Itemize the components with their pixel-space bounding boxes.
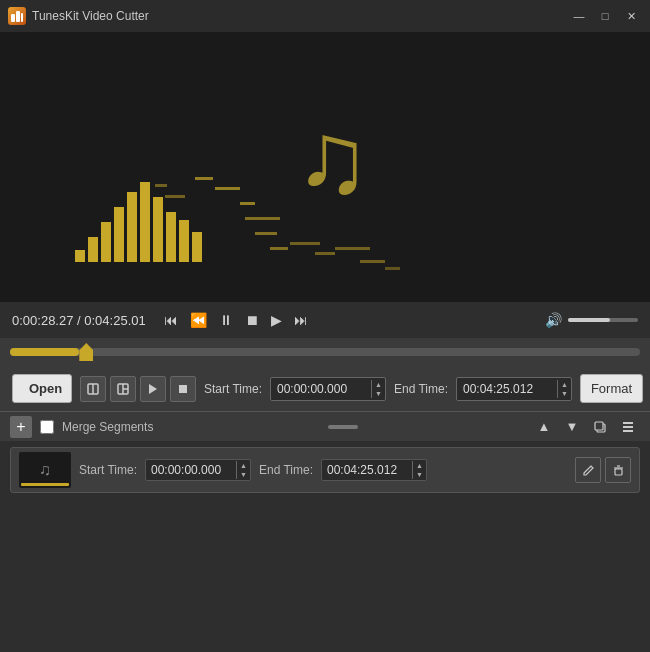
title-bar: TunesKit Video Cutter — □ ✕	[0, 0, 650, 32]
window-controls: — □ ✕	[568, 7, 642, 25]
step-forward-button[interactable]: ⏭	[290, 310, 312, 330]
end-time-up-button[interactable]: ▲	[558, 380, 571, 389]
cut-controls	[80, 376, 196, 402]
playback-bar: 0:00:28.27 / 0:04:25.01 ⏮ ⏪ ⏸ ⏹ ▶ ⏭ 🔊	[0, 302, 650, 338]
segment-thumb-icon: ♫	[39, 461, 51, 479]
stop-button[interactable]: ⏹	[241, 310, 263, 330]
segments-header: + Merge Segments ▲ ▼	[0, 411, 650, 441]
cut-start-button[interactable]	[80, 376, 106, 402]
svg-rect-10	[166, 212, 176, 262]
segment-thumbnail: ♫	[19, 452, 71, 488]
seg-start-up[interactable]: ▲	[237, 461, 250, 470]
seg-end-label: End Time:	[259, 463, 313, 477]
end-time-input-group[interactable]: ▲ ▼	[456, 377, 572, 401]
open-button[interactable]: Open	[12, 374, 72, 403]
prev-frame-button[interactable]: ⏪	[186, 310, 211, 330]
svg-rect-34	[595, 422, 603, 430]
app-icon	[8, 7, 26, 25]
start-time-input[interactable]	[271, 378, 371, 400]
seg-start-input[interactable]	[146, 460, 236, 480]
svg-rect-22	[360, 260, 385, 263]
svg-rect-7	[127, 192, 137, 262]
drag-handle[interactable]	[328, 425, 358, 429]
main-content: ♫ 0:00:28.27 / 0:04:25.01 ⏮ ⏪ ⏸ ⏹ ▶ ⏭	[0, 32, 650, 652]
start-time-label: Start Time:	[204, 382, 262, 396]
svg-rect-1	[16, 11, 20, 22]
svg-rect-15	[240, 202, 255, 205]
cut-end-button[interactable]	[110, 376, 136, 402]
seg-delete-button[interactable]	[605, 457, 631, 483]
playback-controls: ⏮ ⏪ ⏸ ⏹ ▶ ⏭	[160, 310, 312, 330]
segment-row: ♫ Start Time: ▲ ▼ End Time: ▲ ▼	[10, 447, 640, 493]
time-display: 0:00:28.27 / 0:04:25.01	[12, 313, 152, 328]
svg-rect-20	[315, 252, 335, 255]
segments-list: ♫ Start Time: ▲ ▼ End Time: ▲ ▼	[0, 441, 650, 553]
seg-start-input-group[interactable]: ▲ ▼	[145, 459, 251, 481]
music-note-icon: ♫	[295, 103, 370, 214]
svg-rect-25	[165, 195, 185, 198]
end-time-input[interactable]	[457, 378, 557, 400]
svg-rect-36	[623, 426, 633, 428]
seg-start-down[interactable]: ▼	[237, 470, 250, 479]
copy-button[interactable]	[588, 415, 612, 439]
svg-rect-3	[75, 250, 85, 262]
start-time-spinner: ▲ ▼	[371, 380, 385, 398]
svg-rect-0	[11, 14, 15, 22]
svg-rect-5	[101, 222, 111, 262]
volume-icon: 🔊	[545, 312, 562, 328]
seg-start-spinner: ▲ ▼	[236, 461, 250, 479]
start-time-input-group[interactable]: ▲ ▼	[270, 377, 386, 401]
svg-rect-2	[21, 13, 23, 22]
end-time-spinner: ▲ ▼	[557, 380, 571, 398]
svg-marker-31	[149, 384, 157, 394]
timeline-track[interactable]	[10, 348, 640, 356]
start-time-down-button[interactable]: ▼	[372, 389, 385, 398]
timeline-fill	[10, 348, 79, 356]
list-view-button[interactable]	[616, 415, 640, 439]
move-up-button[interactable]: ▲	[532, 415, 556, 439]
controls-area: Open	[0, 366, 650, 411]
svg-rect-16	[245, 217, 280, 220]
seg-action-buttons	[575, 457, 631, 483]
preview-button[interactable]	[140, 376, 166, 402]
cut-stop-button[interactable]	[170, 376, 196, 402]
svg-rect-11	[179, 220, 189, 262]
svg-rect-13	[195, 177, 213, 180]
app-title: TunesKit Video Cutter	[32, 9, 568, 23]
seg-end-down[interactable]: ▼	[413, 470, 426, 479]
video-player: ♫	[0, 32, 650, 302]
svg-rect-8	[140, 182, 150, 262]
timeline-area[interactable]	[0, 338, 650, 366]
volume-fill	[568, 318, 610, 322]
svg-rect-17	[255, 232, 277, 235]
volume-slider[interactable]	[568, 318, 638, 322]
svg-rect-14	[215, 187, 240, 190]
seg-end-input-group[interactable]: ▲ ▼	[321, 459, 427, 481]
pause-button[interactable]: ⏸	[215, 310, 237, 330]
end-time-down-button[interactable]: ▼	[558, 389, 571, 398]
svg-rect-6	[114, 207, 124, 262]
svg-rect-32	[179, 385, 187, 393]
minimize-button[interactable]: —	[568, 7, 590, 25]
svg-rect-18	[270, 247, 288, 250]
seg-end-input[interactable]	[322, 460, 412, 480]
segment-progress	[21, 483, 69, 486]
svg-rect-19	[290, 242, 320, 245]
seg-edit-button[interactable]	[575, 457, 601, 483]
step-back-button[interactable]: ⏮	[160, 310, 182, 330]
timeline-thumb[interactable]	[79, 343, 93, 361]
move-down-button[interactable]: ▼	[560, 415, 584, 439]
music-visualization: ♫	[0, 32, 650, 302]
merge-label: Merge Segments	[62, 420, 153, 434]
maximize-button[interactable]: □	[594, 7, 616, 25]
format-button[interactable]: Format	[580, 374, 643, 403]
close-button[interactable]: ✕	[620, 7, 642, 25]
play-button[interactable]: ▶	[267, 310, 286, 330]
seg-start-label: Start Time:	[79, 463, 137, 477]
add-segment-button[interactable]: +	[10, 416, 32, 438]
end-time-label: End Time:	[394, 382, 448, 396]
start-time-up-button[interactable]: ▲	[372, 380, 385, 389]
seg-end-up[interactable]: ▲	[413, 461, 426, 470]
merge-checkbox[interactable]	[40, 420, 54, 434]
svg-rect-12	[192, 232, 202, 262]
